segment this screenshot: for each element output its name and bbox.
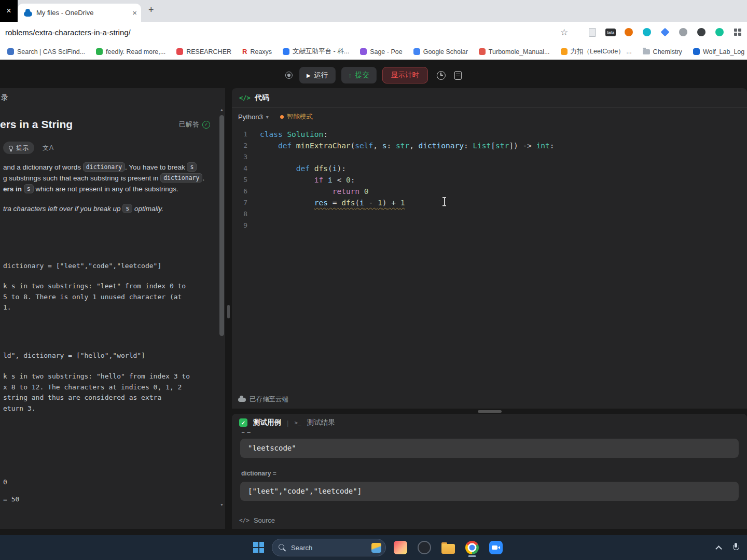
play-icon: ▶ [307,73,311,78]
code-line[interactable]: 2 def minExtraChar(self, s: str, diction… [232,140,747,151]
code-line[interactable]: 1class Solution: [232,129,747,140]
microphone-icon[interactable] [732,543,739,552]
ext-grammarly-icon[interactable] [714,27,725,37]
bookmark-item[interactable]: RReaxys [242,48,272,55]
taskbar-app-colorful[interactable] [391,538,410,557]
problem-tags-row: 提示 文A [3,142,54,154]
hint-label: 提示 [16,144,29,152]
bookmark-item[interactable]: 文献互助平台 - 科... [283,47,349,56]
search-highlight-icon [371,543,381,553]
panel-divider[interactable] [225,88,232,529]
input-dictionary-value[interactable]: ["leet","code","leetcode"] [240,482,739,501]
input-s-value[interactable]: "leetscode" [240,439,739,458]
line-number: 6 [232,186,253,197]
bookmark-item[interactable]: Search | CAS SciFind... [7,48,85,55]
tab-testresults[interactable]: 测试结果 [307,418,335,427]
ext-teal-icon[interactable] [642,27,652,37]
language-selector[interactable]: Python3 [238,113,263,121]
show-timer-button[interactable]: 显示计时 [382,67,428,83]
tab-testcases[interactable]: 测试用例 [253,418,281,427]
bookmark-label: Chemistry [653,48,682,55]
translate-icon[interactable]: 文A [43,144,54,152]
bookmark-favicon-icon [693,48,700,55]
tab-close-icon[interactable]: × [132,8,137,17]
code-line[interactable]: 6 return 0 [232,186,747,197]
tab-separator: | [287,419,288,427]
bookmark-item[interactable]: Wolf_Lab_Log [693,48,744,55]
bookmark-label: 文献互助平台 - 科... [293,47,349,56]
example-text-line: k s in two substrings: "hello" from inde… [3,371,218,382]
code-line[interactable]: 7 res = dfs(i - 1) + 1 [232,197,747,208]
address-bar[interactable]: roblems/extra-characters-in-a-string/ [5,22,131,44]
language-row: Python3 ▾ 智能模式 [232,108,747,125]
divider-grip[interactable] [227,305,230,318]
description-scrollbar[interactable]: ▲ ▼ [218,88,225,529]
tray-chevron-up-icon[interactable] [715,545,722,552]
source-row[interactable]: </> Source [239,516,275,524]
side-panel-icon[interactable] [587,27,598,37]
code-line[interactable]: 9 [232,220,747,231]
code-line[interactable]: 8 [232,208,747,220]
source-code-icon: </> [239,517,250,524]
line-number: 4 [232,163,253,174]
panel-header-cropped-text[interactable]: 录 [1,93,8,103]
chevron-down-icon: ▾ [266,114,269,120]
bookmark-star-icon[interactable]: ☆ [560,27,568,38]
ext-gray-icon[interactable] [678,27,688,37]
scroll-down-icon[interactable]: ▼ [218,503,225,507]
lightbulb-icon [9,146,13,150]
bookmark-item[interactable]: Chemistry [643,48,682,55]
run-label: 运行 [314,71,328,80]
taskbar-file-explorer[interactable] [438,538,458,557]
scrollbar-thumb[interactable] [219,115,224,336]
ext-grid-icon[interactable] [732,27,743,37]
code-tab-label[interactable]: 代码 [255,93,269,103]
terminal-icon: >_ [294,419,301,426]
search-icon [279,544,286,552]
start-button[interactable] [253,542,264,553]
splitter-grip[interactable] [478,410,502,413]
editor-toolbar: ▶ 运行 ↑ 提交 显示计时 [285,67,462,83]
debug-icon[interactable] [285,72,293,79]
bookmark-label: Sage - Poe [370,48,403,55]
zoom-icon [489,541,503,554]
ext-dark-icon[interactable] [696,27,707,37]
bookmark-item[interactable]: Sage - Poe [360,48,403,55]
taskbar-app-dark[interactable] [414,538,434,557]
taskbar-chrome[interactable] [462,538,482,557]
scroll-up-icon[interactable]: ▲ [218,108,225,111]
ext-beta-icon[interactable]: beta [605,27,616,37]
browser-tab[interactable]: My files - OneDrive × [18,4,141,22]
bookmark-favicon-icon [176,48,183,55]
notes-icon[interactable] [454,71,462,80]
run-button[interactable]: ▶ 运行 [299,67,336,83]
new-tab-button[interactable]: + [148,5,154,16]
submit-button[interactable]: ↑ 提交 [341,67,377,83]
problem-text-line: ers in s which are not present in any of… [3,184,218,194]
ext-orange-icon[interactable] [624,27,634,37]
taskbar-search[interactable]: Search [272,539,386,556]
example-text-line: 5 to 8. There is only 1 unused character… [3,292,218,303]
problem-description-panel: 录 ers in a String 已解答 ✓ 提示 文A and a dict… [0,88,218,529]
horizontal-splitter[interactable] [232,409,747,414]
line-number: 2 [232,140,253,151]
alarm-clock-icon[interactable] [437,71,446,80]
bookmark-item[interactable]: Turbomole_Manual... [479,48,550,55]
ext-blue-diamond-icon[interactable] [660,27,670,37]
bookmark-label: Search | CAS SciFind... [17,48,85,55]
bookmark-item[interactable]: feedly. Read more,... [96,48,165,55]
code-lines[interactable]: 1class Solution:2 def minExtraChar(self,… [232,129,747,231]
code-line[interactable]: 4 def dfs(i): [232,163,747,174]
bookmark-item[interactable]: 力扣（LeetCode） ... [561,47,632,56]
bookmark-label: Turbomole_Manual... [489,48,550,55]
smart-mode-label[interactable]: 智能模式 [287,113,313,121]
hint-chip[interactable]: 提示 [3,142,34,154]
corner-close-icon[interactable]: × [0,0,18,22]
bookmark-item[interactable]: Google Scholar [413,48,468,55]
cloud-icon [238,398,246,402]
bookmark-favicon-icon: R [242,48,247,55]
taskbar-zoom[interactable] [486,538,506,557]
bookmark-item[interactable]: RESEARCHER [176,48,231,55]
code-line[interactable]: 5 if i < 0: [232,174,747,186]
code-line[interactable]: 3 [232,151,747,163]
